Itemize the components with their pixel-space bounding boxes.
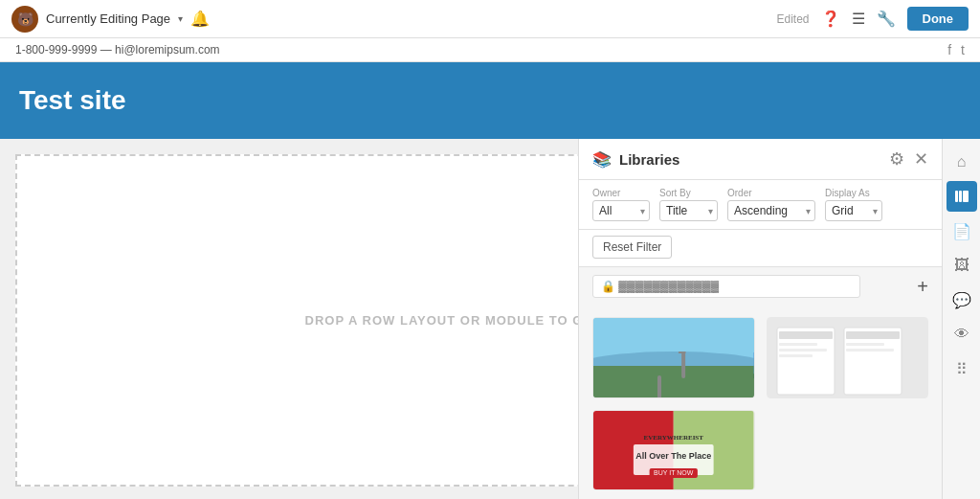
panel-header: 📚 Libraries ⚙ ✕ (579, 139, 942, 180)
svg-rect-3 (681, 352, 685, 378)
top-bar-right: Edited ❓ ☰ 🔧 Done (776, 7, 969, 31)
panel-title-area: 📚 Libraries (592, 150, 679, 169)
library-search-input[interactable] (592, 275, 860, 298)
panel-title: Libraries (619, 151, 679, 168)
svg-rect-8 (779, 343, 817, 346)
add-library-button[interactable]: + (917, 276, 928, 298)
library-card-image-lake (593, 318, 754, 398)
display-as-label: Display As (825, 188, 882, 198)
comment-icon[interactable]: 💬 (947, 284, 977, 315)
svg-rect-10 (779, 354, 813, 357)
panel-close-icon[interactable]: ✕ (914, 148, 928, 170)
svg-text:EVERYWHEREIST: EVERYWHEREIST (644, 434, 704, 442)
panel-gear-icon[interactable]: ⚙ (889, 148, 904, 170)
sort-by-select[interactable]: Title Date Name (659, 200, 718, 221)
order-label: Order (727, 188, 815, 198)
avatar: 🐻 (11, 6, 38, 33)
svg-rect-9 (779, 349, 827, 352)
bell-icon[interactable]: 🔔 (190, 10, 210, 28)
display-as-filter: Display As Grid List (825, 188, 882, 221)
sort-by-filter: Sort By Title Date Name (659, 188, 718, 221)
libraries-panel: 📚 Libraries ⚙ ✕ Owner All Me Team (578, 139, 942, 499)
library-icon[interactable] (947, 181, 977, 212)
order-select[interactable]: Ascending Descending (727, 200, 815, 221)
svg-rect-25 (963, 191, 969, 202)
site-header: 1-800-999-9999 — hi@loremipsum.com f t (0, 38, 980, 62)
svg-rect-13 (846, 343, 884, 346)
library-card[interactable]: Page templates Library (767, 317, 929, 398)
image-icon[interactable]: 🖼 (947, 250, 977, 281)
document-icon[interactable]: 📄 (947, 215, 977, 246)
settings-icon[interactable]: 🔧 (877, 10, 896, 28)
social-icons: f t (947, 42, 965, 57)
display-as-select[interactable]: Grid List (825, 200, 882, 221)
library-card-image-page-templates (768, 318, 928, 398)
facebook-icon[interactable]: f (947, 42, 951, 57)
library-card[interactable]: My First Library Library (592, 317, 755, 398)
modules-icon[interactable]: ⠿ (947, 353, 977, 384)
svg-rect-4 (679, 352, 686, 353)
page-title: Currently Editing Page (46, 11, 170, 26)
library-book-icon: 📚 (592, 150, 612, 169)
home-icon[interactable]: ⌂ (947, 147, 977, 177)
sort-by-label: Sort By (659, 188, 718, 198)
library-card[interactable]: EVERYWHEREIST All Over The Place BUY IT … (592, 410, 755, 491)
chevron-down-icon[interactable]: ▾ (178, 13, 183, 24)
order-filter: Order Ascending Descending (727, 188, 815, 221)
help-icon[interactable]: ❓ (821, 10, 840, 28)
filters-row: Owner All Me Team Sort By Title Date Nam… (579, 180, 942, 230)
hero-title: Test site (19, 85, 126, 115)
library-card-image-project: EVERYWHEREIST All Over The Place BUY IT … (593, 411, 754, 491)
library-grid: My First Library Library (579, 306, 942, 499)
library-search-row: + (579, 267, 942, 306)
svg-text:BUY IT NOW: BUY IT NOW (654, 469, 694, 476)
list-icon[interactable]: ☰ (852, 10, 865, 28)
panel-header-right: ⚙ ✕ (889, 148, 928, 170)
contact-info: 1-800-999-9999 — hi@loremipsum.com (15, 43, 220, 57)
preview-icon[interactable]: 👁 (947, 319, 977, 350)
owner-select-wrapper: All Me Team (592, 200, 650, 221)
svg-rect-23 (955, 191, 958, 202)
edited-label: Edited (776, 12, 809, 26)
display-as-select-wrapper: Grid List (825, 200, 882, 221)
top-bar: 🐻 Currently Editing Page ▾ 🔔 Edited ❓ ☰ … (0, 0, 980, 38)
svg-rect-24 (959, 191, 962, 202)
filter-actions: Reset Filter (579, 230, 942, 267)
done-button[interactable]: Done (907, 7, 969, 31)
right-icon-bar: ⌂ 📄 🖼 💬 👁 ⠿ (942, 139, 980, 499)
svg-rect-12 (846, 331, 900, 339)
owner-filter: Owner All Me Team (592, 188, 650, 221)
top-bar-left: 🐻 Currently Editing Page ▾ 🔔 (11, 6, 210, 33)
owner-select[interactable]: All Me Team (592, 200, 650, 221)
svg-rect-2 (593, 366, 754, 398)
svg-rect-14 (846, 349, 894, 352)
hero-section: Test site (0, 62, 980, 139)
svg-text:All Over The Place: All Over The Place (635, 451, 711, 461)
owner-label: Owner (592, 188, 650, 198)
order-select-wrapper: Ascending Descending (727, 200, 815, 221)
sort-by-select-wrapper: Title Date Name (659, 200, 718, 221)
svg-rect-7 (779, 331, 833, 339)
twitter-icon[interactable]: t (961, 42, 965, 57)
reset-filter-button[interactable]: Reset Filter (592, 236, 672, 259)
